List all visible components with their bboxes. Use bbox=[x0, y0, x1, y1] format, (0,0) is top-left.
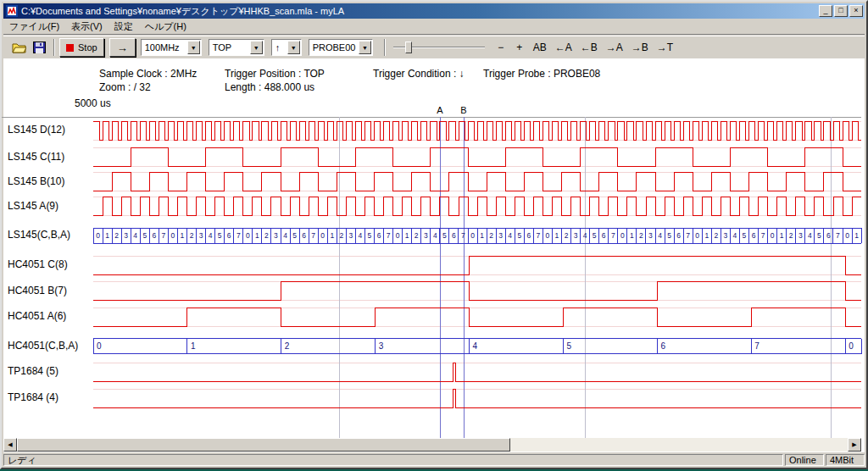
bus-value: 7 bbox=[537, 231, 541, 240]
bus-value: 3 bbox=[349, 231, 353, 240]
bus-value: 7 bbox=[761, 231, 765, 240]
bus-value: 6 bbox=[660, 341, 665, 351]
bus-value: 3 bbox=[574, 231, 578, 240]
bus-value: 5 bbox=[817, 231, 821, 240]
bus-value: 2 bbox=[415, 231, 419, 240]
bus-value: 1 bbox=[780, 231, 784, 240]
bus-value: 3 bbox=[798, 231, 803, 240]
app-window: C:¥Documents and Settings¥noname¥デスクトップ¥… bbox=[0, 0, 868, 469]
bus-value: 6 bbox=[152, 231, 156, 240]
bus-value: 6 bbox=[302, 231, 306, 240]
bus-value: 4 bbox=[283, 231, 287, 240]
bus-value: 2 bbox=[489, 231, 493, 240]
bus-value: 2 bbox=[565, 231, 569, 240]
bus-value: 1 bbox=[181, 231, 185, 240]
bus-value: 2 bbox=[789, 231, 793, 240]
bus-value: 3 bbox=[424, 231, 428, 240]
bus-value: 5 bbox=[567, 341, 572, 351]
bus-value: 7 bbox=[162, 231, 166, 240]
bus-value: 1 bbox=[255, 231, 259, 240]
bus-value: 7 bbox=[461, 231, 465, 240]
bus-value: 5 bbox=[442, 231, 447, 240]
bus-value: 5 bbox=[593, 231, 597, 240]
bus-value: 7 bbox=[311, 231, 315, 240]
bus-value: 5 bbox=[142, 231, 147, 240]
bus-value: 6 bbox=[227, 231, 231, 240]
bus-value: 6 bbox=[602, 231, 606, 240]
bus-value: 0 bbox=[396, 231, 400, 240]
bus-value: 3 bbox=[124, 231, 128, 240]
bus-value: 7 bbox=[686, 231, 690, 240]
bus-value: 1 bbox=[480, 231, 484, 240]
bus-value: 1 bbox=[191, 341, 196, 351]
bus-value: 4 bbox=[359, 231, 363, 240]
bus-value: 4 bbox=[808, 231, 812, 240]
bus-value: 0 bbox=[771, 231, 775, 240]
bus-value: 0 bbox=[97, 341, 102, 351]
status-online: Online bbox=[785, 454, 824, 466]
bus-value: 4 bbox=[433, 231, 437, 240]
bus-value: 0 bbox=[849, 341, 854, 351]
bus-value: 5 bbox=[743, 231, 747, 240]
waveform-trace bbox=[93, 173, 861, 191]
bus-value: 6 bbox=[452, 231, 456, 240]
bus-value: 1 bbox=[630, 231, 634, 240]
bus-value: 3 bbox=[724, 231, 728, 240]
bus-value: 3 bbox=[199, 231, 203, 240]
waveform-trace bbox=[93, 308, 861, 326]
bus-value: 0 bbox=[695, 231, 699, 240]
bus-value: 6 bbox=[526, 231, 531, 240]
bus-value: 7 bbox=[387, 231, 391, 240]
bus-value: 0 bbox=[96, 231, 100, 240]
waveform-trace bbox=[93, 197, 861, 216]
bus-value: 5 bbox=[292, 231, 297, 240]
bus-value: 1 bbox=[105, 231, 109, 240]
bus-value: 5 bbox=[517, 231, 521, 240]
waveform-trace bbox=[93, 389, 861, 407]
bus-value: 1 bbox=[330, 231, 334, 240]
bus-value: 3 bbox=[274, 231, 278, 240]
bus-value: 4 bbox=[209, 231, 213, 240]
bus-value: 7 bbox=[754, 341, 760, 351]
waveform-trace bbox=[93, 363, 861, 381]
bus-value: 0 bbox=[845, 231, 849, 240]
bus-value: 2 bbox=[639, 231, 643, 240]
bus-value: 5 bbox=[368, 231, 372, 240]
bus-value: 6 bbox=[752, 231, 756, 240]
bus-value: 0 bbox=[470, 231, 475, 240]
bus-value: 4 bbox=[733, 231, 737, 240]
bus-value: 1 bbox=[704, 231, 709, 240]
bus-value: 2 bbox=[264, 231, 269, 240]
bus-value: 0 bbox=[546, 231, 550, 240]
bus-value: 2 bbox=[285, 341, 290, 351]
bus-value: 5 bbox=[218, 231, 222, 240]
bus-value: 3 bbox=[498, 231, 503, 240]
bus-value: 7 bbox=[611, 231, 615, 240]
bus-value: 2 bbox=[190, 231, 194, 240]
bus-value: 0 bbox=[246, 231, 250, 240]
waveform-trace bbox=[93, 148, 861, 167]
waveform-plot[interactable]: AB01234567012345670123456701234567012345… bbox=[2, 2, 868, 471]
bus-value: 2 bbox=[114, 231, 119, 240]
bus-value: 0 bbox=[620, 231, 625, 240]
bus-value: 6 bbox=[826, 231, 831, 240]
bus-value: 1 bbox=[854, 231, 859, 240]
bus-value: 4 bbox=[583, 231, 587, 240]
bus-value: 5 bbox=[667, 231, 671, 240]
bus-value: 1 bbox=[405, 231, 409, 240]
bus-value: 4 bbox=[133, 231, 137, 240]
waveform-trace bbox=[93, 121, 861, 140]
bus-value: 4 bbox=[658, 231, 662, 240]
bus-value: 1 bbox=[555, 231, 559, 240]
bus-value: 0 bbox=[171, 231, 175, 240]
bus-value: 3 bbox=[648, 231, 653, 240]
bus-value: 7 bbox=[836, 231, 840, 240]
bus-value: 4 bbox=[508, 231, 512, 240]
bus-value: 3 bbox=[379, 341, 384, 351]
bus-value: 2 bbox=[339, 231, 343, 240]
bus-value: 6 bbox=[377, 231, 381, 240]
bus-value: 7 bbox=[236, 231, 241, 240]
bus-value: 0 bbox=[320, 231, 325, 240]
statusbar: レディ Online 4MBit bbox=[3, 452, 865, 466]
bus-value: 4 bbox=[473, 341, 478, 351]
